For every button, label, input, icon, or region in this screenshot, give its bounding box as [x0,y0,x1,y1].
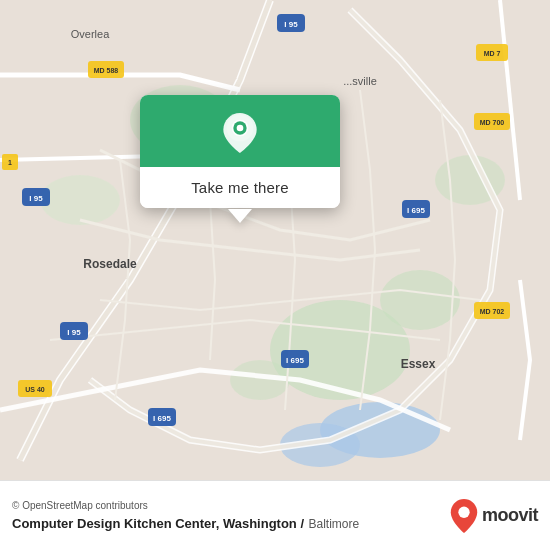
moovit-text: moovit [482,505,538,526]
svg-text:MD 7: MD 7 [484,50,501,57]
moovit-logo: moovit [450,499,538,533]
take-me-there-button[interactable]: Take me there [140,167,340,208]
svg-point-6 [40,175,120,225]
location-pin-icon [220,113,260,153]
popup-header [140,95,340,167]
svg-rect-0 [0,0,550,480]
map-container: I 95 MD 588 MD 7 MD 700 I 695 I 95 I 95 … [0,0,550,480]
location-title: Computer Design Kitchen Center, Washingt… [12,516,304,531]
footer-location: Computer Design Kitchen Center, Washingt… [12,514,359,532]
svg-text:I 95: I 95 [29,194,43,203]
svg-text:I 95: I 95 [67,328,81,337]
svg-text:US 40: US 40 [25,386,45,393]
popup-card: Take me there [140,95,340,208]
svg-text:I 695: I 695 [286,356,304,365]
moovit-pin-icon [450,499,478,533]
popup-tail [228,209,252,223]
svg-text:MD 588: MD 588 [94,67,119,74]
map-svg: I 95 MD 588 MD 7 MD 700 I 695 I 95 I 95 … [0,0,550,480]
svg-point-43 [237,125,244,132]
svg-text:I 695: I 695 [407,206,425,215]
svg-text:MD 700: MD 700 [480,119,505,126]
svg-text:1: 1 [8,159,12,166]
osm-credit: © OpenStreetMap contributors [12,500,359,511]
svg-text:Overlea: Overlea [71,28,110,40]
svg-text:...sville: ...sville [343,75,377,87]
location-subtitle: Baltimore [309,517,360,531]
svg-text:Rosedale: Rosedale [83,257,137,271]
svg-point-44 [458,506,469,517]
svg-point-2 [380,270,460,330]
svg-text:I 695: I 695 [153,414,171,423]
footer: © OpenStreetMap contributors Computer De… [0,480,550,550]
svg-text:MD 702: MD 702 [480,308,505,315]
svg-text:Essex: Essex [401,357,436,371]
svg-text:I 95: I 95 [284,20,298,29]
footer-left: © OpenStreetMap contributors Computer De… [12,500,359,532]
